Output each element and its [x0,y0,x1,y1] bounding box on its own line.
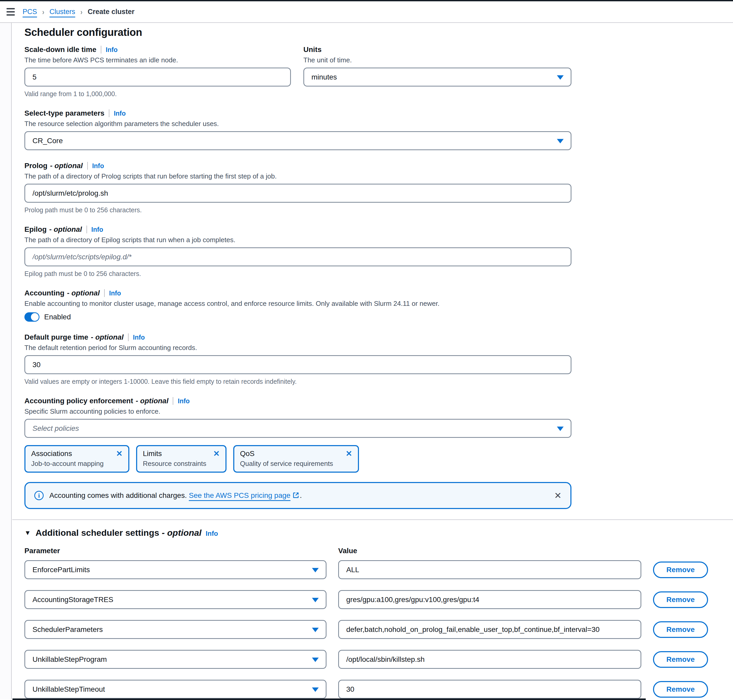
breadcrumb-link-clusters[interactable]: Clusters [50,8,75,16]
prolog-info-link[interactable]: Info [92,162,104,170]
accounting-charges-alert: i Accounting comes with additional charg… [24,482,571,509]
purge-constraint: Valid values are empty or integers 1-100… [24,378,719,385]
parameter-select[interactable]: UnkillableStepProgram [24,650,326,669]
parameter-select[interactable]: SchedulerParameters [24,620,326,639]
purge-input[interactable] [24,355,571,374]
scale-down-constraint: Valid range from 1 to 1,000,000. [24,90,291,98]
label-divider [87,162,88,170]
value-input[interactable] [338,650,641,669]
caret-down-icon [312,568,319,572]
parameter-selected-value: UnkillableStepProgram [32,655,107,664]
breadcrumb: PCS › Clusters › Create cluster [23,8,135,16]
dismiss-icon[interactable]: ✕ [116,450,123,457]
prolog-input[interactable] [24,184,571,203]
alert-text: Accounting comes with additional charges… [49,491,187,499]
additional-settings-info-link[interactable]: Info [206,529,218,538]
select-type-info-link[interactable]: Info [114,110,126,117]
prolog-field: Prolog- optional Info The path of a dire… [24,162,719,214]
caret-down-icon [312,598,319,602]
remove-button[interactable]: Remove [653,681,708,698]
scale-down-input[interactable] [24,68,291,87]
caret-down-icon [557,75,564,79]
remove-button[interactable]: Remove [653,621,708,638]
optional-suffix: - optional [49,225,82,233]
token-label: Associations [31,450,72,458]
units-select[interactable]: minutes [303,68,571,87]
policy-select[interactable]: Select policies [24,419,571,438]
token-label: Limits [143,450,162,458]
value-input[interactable] [338,620,641,639]
policy-select-placeholder: Select policies [32,424,79,432]
scale-down-info-link[interactable]: Info [106,46,118,53]
purge-info-link[interactable]: Info [133,334,145,341]
token-description: Quality of service requirements [240,460,352,468]
side-nav-rail [0,23,12,700]
value-input[interactable] [338,560,641,579]
dismiss-icon[interactable]: ✕ [213,450,220,457]
page-title: Scheduler configuration [24,26,719,38]
accounting-toggle[interactable] [24,312,40,322]
dismiss-icon[interactable]: ✕ [346,450,352,457]
remove-button[interactable]: Remove [653,562,708,578]
pricing-page-link[interactable]: See the AWS PCS pricing page [189,491,290,499]
accounting-label: Accounting [24,289,65,297]
label-divider [101,46,101,53]
additional-settings-header[interactable]: ▼ Additional scheduler settings- optiona… [24,528,719,538]
epilog-info-link[interactable]: Info [91,226,103,233]
label-divider [173,397,173,405]
purge-description: The default retention period for Slurm a… [24,344,719,352]
token-qos: QoS ✕ Quality of service requirements [233,445,359,473]
value-input[interactable] [338,590,641,609]
settings-column-headers: Parameter Value [24,547,719,555]
select-type-description: The resource selection algorithm paramet… [24,120,719,128]
close-icon[interactable]: ✕ [554,491,562,500]
policy-field: Accounting policy enforcement- optional … [24,397,719,473]
accounting-info-link[interactable]: Info [109,290,121,297]
scheduler-configuration-panel: Scheduler configuration Scale-down idle … [12,23,733,699]
optional-suffix: - optional [67,289,100,297]
accounting-description: Enable accounting to monitor cluster usa… [24,300,719,307]
prolog-description: The path of a directory of Prolog script… [24,172,719,180]
setting-row: UnkillableStepTimeout Remove [24,680,719,699]
breadcrumb-link-pcs[interactable]: PCS [23,8,37,16]
scale-down-field: Scale-down idle time Info The time befor… [24,46,291,98]
parameter-select[interactable]: EnforcePartLimits [24,560,326,579]
parameter-selected-value: AccountingStorageTRES [32,596,113,604]
select-type-field: Select-type parameters Info The resource… [24,109,719,150]
expand-triangle-icon[interactable]: ▼ [24,529,31,537]
remove-button[interactable]: Remove [653,651,708,668]
label-divider [109,109,109,117]
scale-down-label: Scale-down idle time [24,46,96,54]
epilog-description: The path of a directory of Epilog script… [24,236,719,244]
setting-row: EnforcePartLimits Remove [24,560,719,579]
label-divider [87,225,87,233]
remove-button[interactable]: Remove [653,591,708,608]
caret-down-icon [557,426,564,431]
parameter-selected-value: UnkillableStepTimeout [32,685,105,694]
setting-row: UnkillableStepProgram Remove [24,650,719,669]
epilog-constraint: Epilog path must be 0 to 256 characters. [24,270,719,278]
policy-token-group: Associations ✕ Job-to-account mapping Li… [24,445,719,473]
parameter-select[interactable]: UnkillableStepTimeout [24,680,326,699]
policy-info-link[interactable]: Info [178,397,189,405]
value-input[interactable] [338,680,641,699]
parameter-selected-value: SchedulerParameters [32,625,103,634]
bottom-dark-bar [12,699,646,700]
breadcrumb-chevron-icon: › [81,7,82,16]
optional-suffix: - optional [91,333,123,341]
epilog-input[interactable] [24,247,571,266]
policy-label: Accounting policy enforcement [24,397,133,405]
parameter-select[interactable]: AccountingStorageTRES [24,590,326,609]
breadcrumb-current: Create cluster [88,8,135,16]
setting-row: AccountingStorageTRES Remove [24,590,719,609]
select-type-select[interactable]: CR_Core [24,131,571,150]
label-divider [128,333,129,341]
select-type-selected-value: CR_Core [32,137,63,145]
scale-down-row: Scale-down idle time Info The time befor… [24,46,719,98]
caret-down-icon [312,657,319,662]
page-body: Scheduler configuration Scale-down idle … [0,23,733,700]
accounting-field: Accounting- optional Info Enable account… [24,289,719,322]
token-label: QoS [240,450,254,458]
scale-down-description: The time before AWS PCS terminates an id… [24,56,291,64]
hamburger-menu-icon[interactable] [6,8,15,16]
